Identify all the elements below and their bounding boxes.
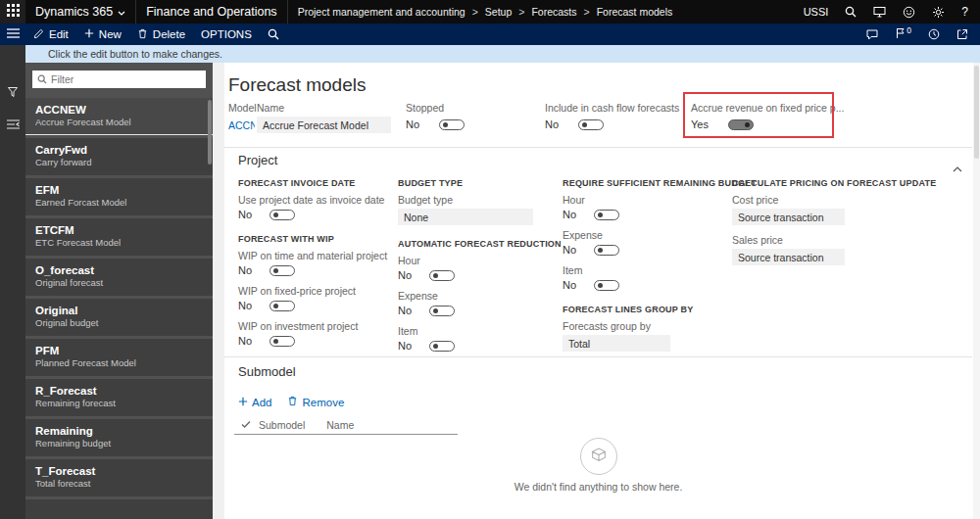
waffle-menu-button[interactable] bbox=[0, 0, 25, 24]
project-date-invoice-toggle[interactable] bbox=[270, 210, 295, 220]
record-item-pfm[interactable]: PFM Planned Forecast Model bbox=[25, 339, 213, 376]
record-item-o-forecast[interactable]: O_forecast Original forecast bbox=[25, 259, 213, 296]
cost-price-input[interactable]: Source transaction bbox=[732, 209, 845, 225]
field-value: No bbox=[563, 279, 576, 291]
field-label: Expense bbox=[563, 229, 731, 241]
record-item-efm[interactable]: EFM Earned Forcast Model bbox=[25, 178, 213, 215]
toggle-knob bbox=[273, 304, 278, 308]
checkmark-icon[interactable] bbox=[241, 419, 259, 431]
group-header-budget-type: BUDGET TYPE bbox=[398, 178, 561, 188]
require-hour-toggle[interactable] bbox=[594, 210, 619, 220]
flag-badge-count: 0 bbox=[906, 25, 911, 35]
record-item-remaining[interactable]: Remaining Remaining budget bbox=[25, 419, 213, 456]
messages-chat-icon[interactable] bbox=[866, 29, 878, 40]
company-picker[interactable]: USSI bbox=[804, 6, 829, 18]
record-item-r-forecast[interactable]: R_Forecast Remaining forecast bbox=[25, 379, 213, 416]
breadcrumb-forecast-models[interactable]: Forecast models bbox=[577, 6, 673, 18]
search-icon[interactable] bbox=[845, 6, 857, 18]
nav-hamburger-button[interactable] bbox=[0, 24, 25, 45]
record-item-etcfm[interactable]: ETCFM ETC Forecast Model bbox=[25, 218, 213, 256]
record-subtitle: Accrue Forecast Model bbox=[35, 117, 203, 128]
forecasts-group-by-input[interactable]: Total bbox=[563, 335, 670, 352]
field-label: Use project date as invoice date bbox=[238, 194, 397, 206]
breadcrumb-setup[interactable]: Setup bbox=[466, 6, 513, 18]
group-header-auto-forecast-reduction: AUTOMATIC FORECAST REDUCTION bbox=[398, 239, 561, 249]
smiley-feedback-icon[interactable] bbox=[903, 6, 915, 19]
wip-time-material-toggle[interactable] bbox=[270, 265, 295, 276]
notification-strip: Click the edit button to make changes. bbox=[25, 45, 980, 63]
settings-gear-icon[interactable] bbox=[932, 6, 945, 19]
group-header-require-budget: REQUIRE SUFFICIENT REMAINING BUDGET bbox=[563, 178, 731, 188]
accrue-revenue-label: Accrue revenue on fixed price p... bbox=[691, 102, 844, 114]
submodel-section-title[interactable]: Submodel bbox=[238, 364, 296, 379]
submodel-table-header: Submodel Name bbox=[241, 419, 354, 431]
toggle-knob bbox=[443, 122, 448, 127]
new-button[interactable]: New bbox=[84, 28, 122, 40]
recent-clock-icon[interactable] bbox=[928, 28, 940, 40]
splitter-gutter[interactable] bbox=[213, 63, 224, 519]
model-value-link[interactable]: ACCNEW bbox=[228, 119, 255, 131]
require-expense-toggle[interactable] bbox=[594, 245, 619, 256]
breadcrumb-module[interactable]: Project management and accounting bbox=[298, 6, 466, 18]
options-menu-button[interactable]: OPTIONS bbox=[201, 28, 252, 40]
record-item-original[interactable]: Original Original budget bbox=[25, 299, 213, 336]
sidebar-filter-box[interactable] bbox=[32, 71, 206, 88]
chevron-up-icon[interactable] bbox=[953, 159, 962, 176]
field-label: Hour bbox=[563, 194, 731, 206]
edit-label: Edit bbox=[49, 28, 69, 40]
delete-button[interactable]: Delete bbox=[137, 28, 185, 41]
record-subtitle: Carry forward bbox=[35, 157, 203, 168]
submodel-actions: Add Remove bbox=[238, 396, 344, 408]
record-title: CarryFwd bbox=[35, 143, 203, 157]
accrue-revenue-toggle[interactable] bbox=[728, 119, 754, 130]
breadcrumb-forecasts[interactable]: Forecasts bbox=[512, 6, 576, 18]
model-label: Model bbox=[228, 102, 257, 114]
record-item-accnew[interactable]: ACCNEW Accrue Forecast Model bbox=[25, 98, 213, 135]
name-input[interactable]: Accrue Forecast Model bbox=[257, 117, 391, 133]
field-budget-type: Budget type None bbox=[398, 194, 561, 225]
reduction-hour-toggle[interactable] bbox=[429, 270, 455, 281]
stopped-toggle[interactable] bbox=[439, 119, 465, 130]
record-item-t-forecast[interactable]: T_Forecast Total forecast bbox=[25, 459, 213, 496]
edit-button[interactable]: Edit bbox=[33, 28, 69, 41]
budget-type-input[interactable]: None bbox=[398, 209, 533, 225]
project-column-2: BUDGET TYPE Budget type None AUTOMATIC F… bbox=[398, 178, 561, 360]
chevron-down-icon bbox=[118, 5, 125, 19]
product-name[interactable]: Finance and Operations bbox=[146, 5, 276, 19]
trash-icon bbox=[137, 28, 148, 41]
filter-pane-funnel-icon[interactable] bbox=[7, 84, 19, 102]
command-search-icon[interactable] bbox=[268, 28, 279, 40]
cash-flow-toggle[interactable] bbox=[578, 119, 604, 130]
remove-submodel-button[interactable]: Remove bbox=[287, 396, 344, 408]
main-scrollbar-track[interactable] bbox=[973, 63, 980, 519]
name-label: Name bbox=[257, 102, 391, 114]
project-section-title[interactable]: Project bbox=[238, 153, 277, 167]
filter-input[interactable] bbox=[51, 73, 201, 85]
sidebar-scrollbar[interactable] bbox=[208, 100, 212, 165]
main-scrollbar-thumb[interactable] bbox=[974, 66, 979, 159]
feedback-monitor-icon[interactable] bbox=[873, 6, 886, 18]
require-item-toggle[interactable] bbox=[594, 280, 619, 291]
app-switcher[interactable]: Dynamics 365 bbox=[35, 5, 125, 19]
submodel-column-header[interactable]: Submodel bbox=[259, 419, 305, 431]
notifications-flag-button[interactable]: 0 bbox=[895, 27, 911, 41]
name-column-header[interactable]: Name bbox=[326, 419, 354, 431]
field-label: Hour bbox=[398, 255, 561, 266]
record-item-carryfwd[interactable]: CarryFwd Carry forward bbox=[25, 138, 213, 175]
field-reduction-hour: Hour No bbox=[398, 255, 561, 281]
reduction-expense-toggle[interactable] bbox=[429, 306, 455, 316]
wip-fixed-price-toggle[interactable] bbox=[270, 301, 295, 311]
reduction-item-toggle[interactable] bbox=[429, 341, 455, 352]
record-subtitle: Original budget bbox=[35, 317, 203, 329]
task-list-menu-icon[interactable] bbox=[7, 116, 20, 133]
add-submodel-button[interactable]: Add bbox=[238, 397, 271, 408]
flag-icon bbox=[895, 27, 905, 41]
popout-expand-icon[interactable] bbox=[956, 28, 968, 40]
wip-investment-toggle[interactable] bbox=[270, 336, 295, 347]
sales-price-input[interactable]: Source transaction bbox=[732, 249, 845, 265]
group-header-calculate-pricing: CALCULATE PRICING ON FORECAST UPDATE bbox=[732, 178, 928, 188]
help-button[interactable]: ? bbox=[961, 5, 968, 19]
field-value: No bbox=[398, 305, 412, 316]
record-subtitle: Remaining budget bbox=[35, 438, 203, 449]
record-item-partial[interactable] bbox=[25, 499, 213, 519]
